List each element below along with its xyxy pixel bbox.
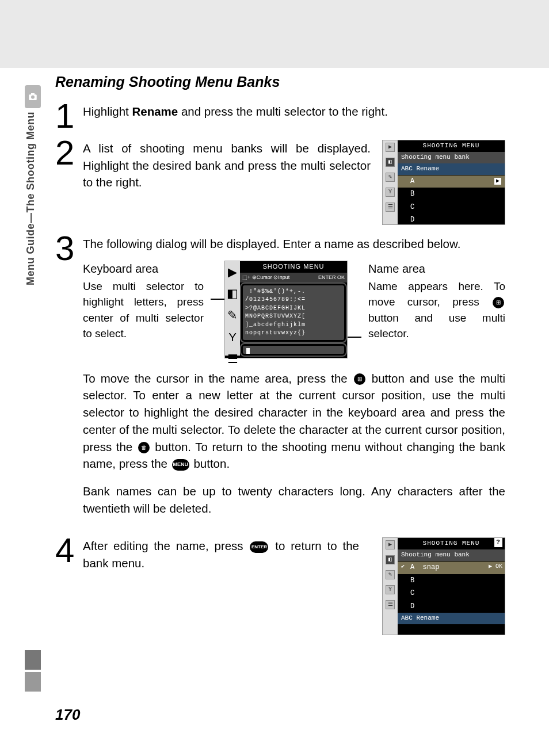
kbd-line: /0123456789:;<=	[245, 296, 342, 304]
lcd-kbd-main: SHOOTING MENU ⬚+ ⊕Cursor ⊙Input ENTER OK…	[240, 261, 347, 356]
play-icon: ▶	[228, 264, 237, 281]
lcd-rename: ABC Rename	[398, 163, 505, 175]
lcd-row-a: A snap ▶ OK	[398, 561, 505, 574]
content: Renaming Shooting Menu Banks 1 Highlight…	[55, 74, 505, 646]
step-2: 2 A list of shooting menu banks will be …	[55, 140, 505, 225]
card-icon: ☰	[227, 350, 238, 368]
step-number: 1	[55, 103, 83, 129]
card-icon: ☰	[386, 600, 395, 609]
camera-icon-svg	[28, 91, 38, 102]
step-3: 3 The following dialog will be displayed…	[55, 235, 505, 527]
kbd-hint-left: ⬚+ ⊕Cursor ⊙Input	[242, 274, 289, 281]
trash-button-icon: 🗑	[138, 442, 150, 453]
step-3-columns: Keyboard area Use multi selector to high…	[83, 261, 505, 358]
ok-indicator: ▶ OK	[489, 563, 502, 571]
triangle-icon: ▶	[494, 178, 501, 185]
lcd-side-icons: ▶ ◧ ✎ Y ☰	[225, 261, 240, 356]
kbd-hint-right: ENTER OK	[318, 274, 345, 281]
svg-rect-2	[31, 93, 35, 95]
step-4: 4 After editing the name, press ENTER to…	[55, 537, 505, 635]
page-index-bars	[25, 650, 41, 694]
lcd-main: SHOOTING MENU ? Shooting menu bank A sna…	[398, 538, 505, 635]
camera-tab-icon: ◧	[386, 158, 395, 167]
p1-post: button.	[190, 457, 230, 470]
page-number: 170	[55, 706, 80, 724]
step-2-text: A list of shooting menu banks will be di…	[83, 140, 371, 191]
kbd-line: !"#$%&'()*+,-.	[245, 288, 342, 296]
lcd-main: SHOOTING MENU Shooting menu bank ABC Ren…	[398, 140, 505, 224]
camera-tab-icon: ◧	[227, 285, 238, 302]
side-tab: Menu Guide—The Shooting Menu	[25, 85, 45, 285]
camera-tab-icon: ◧	[386, 555, 395, 564]
thumbnail-button-icon: ⊞	[493, 297, 504, 308]
p1-pre: To move the cursor in the name area, pre…	[83, 372, 353, 385]
lcd-rename: ABC Rename	[398, 613, 505, 624]
wrench-icon: Y	[386, 585, 395, 594]
section-title: Renaming Shooting Menu Banks	[55, 74, 505, 90]
lcd-title: SHOOTING MENU	[398, 140, 505, 152]
step-3-lead: The following dialog will be displayed. …	[83, 235, 505, 253]
lcd-row-c: C	[398, 587, 505, 600]
s4-pre: After editing the name, press	[83, 539, 249, 552]
lcd-row-b: B	[398, 188, 505, 200]
keyboard-area-text: Use multi selector to highlight letters,…	[83, 278, 204, 342]
lcd-row-a: A▶	[398, 175, 505, 188]
lcd-title: SHOOTING MENU	[240, 261, 347, 273]
step-1-body: Highlight Rename and press the multi sel…	[83, 103, 505, 129]
bank-label: A	[410, 177, 414, 185]
lcd-subtitle: Shooting menu bank	[398, 549, 505, 561]
step-1-post: and press the multi selector to the righ…	[178, 105, 388, 118]
lcd-screenshot-banks: ▶ ◧ ✎ Y ☰ SHOOTING MENU Shooting menu ba…	[382, 140, 505, 225]
step-2-body: A list of shooting menu banks will be di…	[83, 140, 505, 225]
lcd-row-d: D	[398, 213, 505, 226]
keyboard-area-col: Keyboard area Use multi selector to high…	[83, 261, 204, 342]
leader-left	[211, 261, 224, 355]
enter-button-icon: ENTER	[250, 541, 268, 553]
pencil-icon: ✎	[227, 307, 238, 324]
step-3-para-2: Bank names can be up to twenty character…	[83, 483, 505, 517]
keyboard-area-title: Keyboard area	[83, 261, 204, 277]
name-area-post: button and use multi selector.	[368, 312, 505, 340]
page: Menu Guide—The Shooting Menu Renaming Sh…	[0, 0, 549, 756]
side-tab-label: Menu Guide—The Shooting Menu	[25, 112, 37, 285]
kbd-line: nopqrstuvwxyz{}	[245, 329, 342, 338]
lcd-row-c: C	[398, 201, 505, 213]
lcd-side-icons: ▶ ◧ ✎ Y ☰	[383, 538, 398, 635]
name-area-title: Name area	[368, 261, 505, 277]
play-icon: ▶	[386, 540, 395, 549]
menu-button-icon: MENU	[172, 459, 189, 471]
lcd-screenshot-result: ▶ ◧ ✎ Y ☰ SHOOTING MENU ? Shooting menu …	[382, 537, 505, 635]
kbd-line: MNOPQRSTUVWXYZ[	[245, 312, 342, 321]
lcd-screenshot-keyboard: ▶ ◧ ✎ Y ☰ SHOOTING MENU ⬚+ ⊕Cursor ⊙Inpu…	[224, 261, 348, 358]
lcd-title: SHOOTING MENU ?	[398, 538, 505, 549]
lcd-subtitle: Shooting menu bank	[398, 152, 505, 163]
pencil-icon: ✎	[386, 173, 395, 182]
keyboard-box: !"#$%&'()*+,-. /0123456789:;<= >?@ABCDEF…	[241, 284, 346, 342]
lcd-hint-row: ⬚+ ⊕Cursor ⊙Input ENTER OK	[240, 273, 347, 282]
ok-text: OK	[495, 563, 502, 570]
step-number: 4	[55, 537, 83, 635]
lcd-title-text: SHOOTING MENU	[423, 540, 480, 547]
top-margin-bar	[0, 0, 549, 68]
step-1: 1 Highlight Rename and press the multi s…	[55, 103, 505, 129]
bank-label: A	[410, 563, 414, 571]
kbd-line: ]_abcdefghijklm	[245, 321, 342, 330]
kbd-line: >?@ABCDEFGHIJKL	[245, 304, 342, 313]
step-number: 3	[55, 235, 83, 527]
step-1-bold: Rename	[132, 105, 178, 118]
wrench-icon: Y	[386, 188, 395, 197]
name-area-pre: Name appears here. To move cursor, press	[368, 280, 505, 308]
pencil-icon: ✎	[386, 570, 395, 579]
svg-point-1	[31, 96, 35, 99]
step-4-text: After editing the name, press ENTER to r…	[83, 537, 359, 635]
play-icon: ▶	[386, 143, 395, 152]
name-area-col: Name area Name appears here. To move cur…	[368, 261, 505, 342]
step-1-pre: Highlight	[83, 105, 132, 118]
name-box	[241, 344, 346, 356]
camera-icon	[25, 85, 41, 108]
lcd-row-d: D	[398, 600, 505, 613]
bank-name: snap	[423, 563, 440, 571]
wrench-icon: Y	[228, 329, 237, 346]
step-3-para-1: To move the cursor in the name area, pre…	[83, 370, 505, 472]
step-number: 2	[55, 140, 83, 225]
